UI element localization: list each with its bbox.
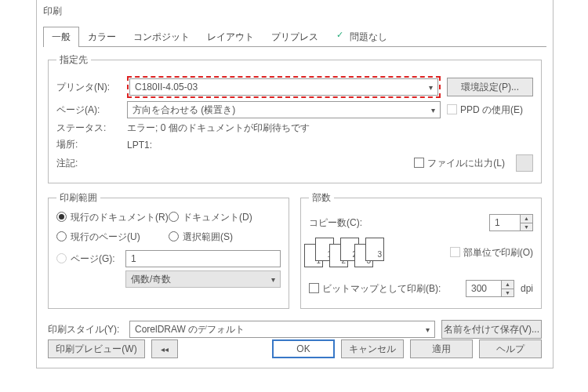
page-value: 方向を合わせる (横置き) xyxy=(132,103,235,117)
dialog-body: 指定先 プリンタ(N): C180II-4.05-03▾ 環境設定(P)... … xyxy=(37,47,553,348)
print-preview-button[interactable]: 印刷プレビュー(W) xyxy=(48,339,145,358)
printer-select[interactable]: C180II-4.05-03▾ xyxy=(129,78,438,96)
cancel-button[interactable]: キャンセル xyxy=(341,339,404,358)
copies-group: 部数 コピー数(C): 1▲▼ 部単位で印刷(O) ビットマップとして印刷(B)… xyxy=(300,191,542,309)
collate-preview xyxy=(309,241,383,264)
chevron-down-icon: ▾ xyxy=(429,83,433,92)
ppd-checkbox: PPD の使用(E) xyxy=(447,103,533,117)
tab-color[interactable]: カラー xyxy=(79,27,125,47)
rewind-button[interactable]: ◂◂ xyxy=(151,339,178,358)
chevron-down-icon: ▾ xyxy=(431,106,435,114)
destination-legend: 指定先 xyxy=(56,53,91,67)
collate-checkbox: 部単位で印刷(O) xyxy=(450,246,533,260)
printer-highlight: C180II-4.05-03▾ xyxy=(127,76,441,98)
tab-general[interactable]: 一般 xyxy=(43,27,79,47)
print-to-file-label: ファイルに出力(L) xyxy=(427,158,505,169)
location-value: LPT1: xyxy=(127,140,152,151)
pages-input[interactable]: 1 xyxy=(125,250,281,267)
chevron-down-icon: ▾ xyxy=(271,275,275,284)
print-style-select[interactable]: CorelDRAW のデフォルト▾ xyxy=(129,321,435,338)
tab-prepress[interactable]: プリプレス xyxy=(263,27,327,47)
page-select[interactable]: 方向を合わせる (横置き)▾ xyxy=(127,101,441,118)
radio-current-page[interactable]: 現行のページ(U) xyxy=(56,230,169,244)
tab-composite[interactable]: コンポジット xyxy=(125,27,198,47)
radio-current-doc[interactable]: 現行のドキュメント(R) xyxy=(56,211,169,224)
radio-pages: ページ(G): xyxy=(56,252,119,266)
apply-button[interactable]: 適用 xyxy=(410,339,473,358)
print-dialog: 印刷 一般 カラー コンポジット レイアウト プリプレス 問題なし 指定先 プリ… xyxy=(36,0,554,368)
dpi-input[interactable]: 300▲▼ xyxy=(466,280,514,297)
dialog-title: 印刷 xyxy=(37,0,553,23)
tab-noissues[interactable]: 問題なし xyxy=(327,27,396,47)
print-range-legend: 印刷範囲 xyxy=(56,191,100,205)
location-label: 場所: xyxy=(56,138,121,151)
copies-spinner[interactable]: ▲▼ xyxy=(520,215,532,230)
odd-even-select: 偶数/奇数▾ xyxy=(125,270,281,288)
copies-legend: 部数 xyxy=(309,191,334,205)
dpi-label: dpi xyxy=(521,283,533,294)
print-to-file-checkbox[interactable]: ファイルに出力(L) xyxy=(414,157,505,170)
printer-value: C180II-4.05-03 xyxy=(135,82,198,93)
save-as-button[interactable]: 名前を付けて保存(V)... xyxy=(441,320,542,339)
note-label: 注記: xyxy=(56,157,121,170)
tab-bar: 一般 カラー コンポジット レイアウト プリプレス 問題なし xyxy=(43,26,546,47)
radio-documents[interactable]: ドキュメント(D) xyxy=(169,211,281,224)
print-style-label: 印刷スタイル(Y): xyxy=(48,323,123,336)
ppd-label: PPD の使用(E) xyxy=(460,104,523,115)
copies-input[interactable]: 1▲▼ xyxy=(489,214,533,231)
help-button[interactable]: ヘルプ xyxy=(479,339,542,358)
bitmap-checkbox[interactable]: ビットマップとして印刷(B): xyxy=(309,282,441,296)
file-output-button xyxy=(516,154,533,172)
radio-selection[interactable]: 選択範囲(S) xyxy=(169,230,281,244)
print-range-group: 印刷範囲 現行のドキュメント(R) ドキュメント(D) 現行のページ(U) 選択… xyxy=(48,191,289,309)
dpi-spinner[interactable]: ▲▼ xyxy=(501,281,514,296)
dialog-footer: 印刷プレビュー(W) ◂◂ OK キャンセル 適用 ヘルプ xyxy=(48,339,542,358)
tab-noissues-label: 問題なし xyxy=(350,31,387,42)
status-label: ステータス: xyxy=(56,122,121,135)
chevron-down-icon: ▾ xyxy=(426,325,430,334)
printer-label: プリンタ(N): xyxy=(56,81,121,94)
status-value: エラー; 0 個のドキュメントが印刷待ちです xyxy=(127,122,310,135)
copies-label: コピー数(C): xyxy=(309,216,362,230)
tab-layout[interactable]: レイアウト xyxy=(198,27,263,47)
page-label: ページ(A): xyxy=(56,103,121,117)
check-icon xyxy=(336,31,347,42)
env-settings-button[interactable]: 環境設定(P)... xyxy=(447,78,533,96)
ok-button[interactable]: OK xyxy=(272,339,335,358)
destination-group: 指定先 プリンタ(N): C180II-4.05-03▾ 環境設定(P)... … xyxy=(48,53,542,183)
